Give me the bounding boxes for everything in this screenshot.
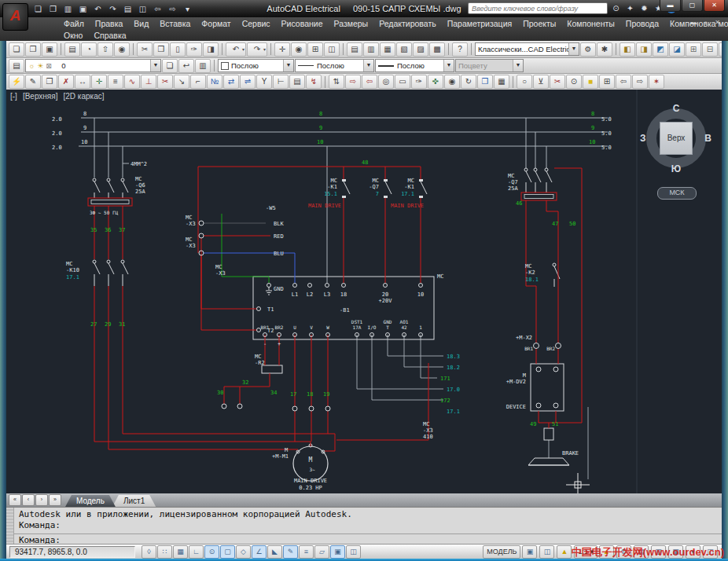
- edit-component-button[interactable]: ✎: [25, 75, 41, 89]
- chevron-down-icon[interactable]: ▼: [283, 60, 293, 72]
- pan-button[interactable]: ✛: [274, 42, 290, 57]
- menu-item[interactable]: Провода: [620, 19, 664, 28]
- wcs-button[interactable]: МСК: [657, 187, 697, 200]
- edit-attribute-button[interactable]: ✑: [411, 75, 427, 89]
- gap-wire-button[interactable]: ↯: [306, 75, 322, 89]
- plot-preview-button[interactable]: ◔: [81, 42, 97, 57]
- undo-button[interactable]: ↶: [91, 3, 105, 15]
- menu-item[interactable]: Файл: [58, 19, 90, 28]
- menu-item[interactable]: Компоненты: [561, 19, 620, 28]
- toggle-wire-dot-button[interactable]: ○: [517, 75, 532, 89]
- layer-combo[interactable]: ☼☀⊠■ 0 ▼: [25, 59, 161, 72]
- annotation-visibility-icon[interactable]: ▲: [557, 545, 572, 559]
- cut-button[interactable]: ✂: [137, 42, 153, 57]
- destination-arrow-button[interactable]: ⇦: [362, 75, 377, 89]
- clean-screen-button[interactable]: ◫: [703, 545, 718, 559]
- app-logo[interactable]: A: [2, 3, 28, 31]
- layer-on-icon[interactable]: ☼: [28, 62, 35, 70]
- command-window-grip[interactable]: [6, 508, 14, 544]
- save-drawing-button[interactable]: ▣: [42, 42, 57, 57]
- menu-item[interactable]: Размеры: [329, 19, 374, 28]
- layer-lock-icon[interactable]: ⊠: [46, 62, 52, 70]
- undo-button[interactable]: ↶▾: [226, 42, 246, 57]
- tray-filter-icon[interactable]: ▦: [668, 545, 683, 559]
- project-manager-button[interactable]: ◧: [620, 42, 635, 57]
- snap-toggle[interactable]: ∷: [157, 545, 172, 559]
- next-dwg-button[interactable]: ⇨: [632, 75, 648, 89]
- sheet-set-manager-button[interactable]: ▧: [396, 42, 412, 57]
- convert-wire-button[interactable]: ⊞: [599, 75, 615, 89]
- annotation-scale-button[interactable]: 1:1 ▾: [574, 545, 597, 559]
- lineweight-combo[interactable]: Послою ▼: [375, 59, 454, 72]
- layer-properties-button[interactable]: ▤: [9, 59, 24, 73]
- viewcube-south[interactable]: Ю: [671, 163, 681, 174]
- menu-item[interactable]: Правка: [90, 19, 128, 28]
- menu-item[interactable]: Формат: [196, 19, 236, 28]
- viewport-control[interactable]: [2D каркас]: [63, 92, 104, 101]
- color-combo[interactable]: Послою ▼: [218, 59, 294, 72]
- insert-wire-button[interactable]: ∿: [124, 75, 140, 89]
- workspace-settings-button[interactable]: ⚙: [580, 42, 596, 57]
- layer-states-button[interactable]: ▥: [195, 59, 211, 73]
- menu-item[interactable]: Справка: [88, 31, 131, 40]
- qat-customize-button[interactable]: ▾: [181, 3, 194, 15]
- close-button[interactable]: ✕: [704, 0, 725, 12]
- sheetset-button[interactable]: ▥: [61, 3, 75, 15]
- viewcube-north[interactable]: С: [673, 103, 680, 114]
- forward-button[interactable]: ⇨: [166, 3, 179, 15]
- chevron-down-icon[interactable]: ▼: [443, 60, 454, 72]
- minimize-button[interactable]: ▬: [660, 0, 681, 12]
- menu-item[interactable]: Окно: [58, 31, 88, 40]
- 3d-dwf-button[interactable]: ◉: [114, 42, 130, 57]
- view-cube[interactable]: С В Ю З Верх: [646, 108, 706, 168]
- insert-wire-number-button[interactable]: №: [207, 75, 222, 89]
- fan-in-source-button[interactable]: Y: [256, 75, 272, 89]
- workspace-save-button[interactable]: ✱: [597, 42, 612, 57]
- search-input[interactable]: [468, 2, 608, 14]
- viewcube-west[interactable]: З: [640, 133, 646, 144]
- insert-wire-vertex-button[interactable]: ⊥: [141, 75, 156, 89]
- ortho-toggle[interactable]: ∟: [189, 545, 204, 559]
- viewport-control[interactable]: [-]: [10, 92, 17, 101]
- scoot-button[interactable]: ↔: [75, 75, 90, 89]
- help-button[interactable]: ?: [452, 42, 468, 57]
- dyn-toggle[interactable]: ✎: [283, 545, 298, 559]
- tab-model[interactable]: Модель: [65, 495, 116, 507]
- copy-component-button[interactable]: ❐: [42, 75, 57, 89]
- cross-reference-button[interactable]: ◎: [378, 75, 394, 89]
- mdi-window-controls[interactable]: ▬ ▫ ✕: [690, 19, 723, 26]
- workspace-gear-icon[interactable]: ⚙: [616, 545, 631, 559]
- grid-toggle[interactable]: ▦: [173, 545, 188, 559]
- menu-item[interactable]: Проекты: [517, 19, 561, 28]
- retag-drawing-button[interactable]: ❒: [477, 75, 493, 89]
- zoom-previous-button[interactable]: ◫: [324, 42, 340, 57]
- menu-item[interactable]: Редактировать: [373, 19, 442, 28]
- communication-center-icon[interactable]: ✹: [638, 3, 650, 14]
- tab-nav-button[interactable]: ›: [35, 494, 48, 506]
- rotate-attribute-button[interactable]: ↻: [461, 75, 476, 89]
- chevron-down-icon[interactable]: ▼: [150, 60, 160, 72]
- publish-button[interactable]: ◫: [136, 3, 149, 15]
- tab-nav-button[interactable]: ‹: [22, 494, 35, 506]
- menu-item[interactable]: Рисование: [276, 19, 329, 28]
- bend-wire-button[interactable]: ⌐: [190, 75, 206, 89]
- update-title-block-button[interactable]: ▦: [494, 75, 509, 89]
- tab-nav-button[interactable]: »: [49, 494, 61, 506]
- move-component-button[interactable]: ✛: [91, 75, 107, 89]
- redo-button[interactable]: ↷▾: [247, 42, 267, 57]
- cut-wire-button[interactable]: ✂: [550, 75, 565, 89]
- subscription-icon[interactable]: ✦: [624, 3, 636, 14]
- annotation-auto-icon[interactable]: ▲: [599, 545, 614, 559]
- paste-button[interactable]: ▯: [170, 42, 186, 57]
- move-attribute-button[interactable]: ✜: [428, 75, 443, 89]
- source-arrow-button[interactable]: ⇨: [345, 75, 361, 89]
- lwt-toggle[interactable]: ≡: [299, 545, 314, 559]
- osnap-toggle[interactable]: ▢: [220, 545, 235, 559]
- wire-type-button[interactable]: ■: [583, 75, 598, 89]
- viewport-control[interactable]: [Верхняя]: [23, 92, 58, 101]
- markup-set-manager-button[interactable]: ▨: [413, 42, 428, 57]
- polar-toggle[interactable]: ⊙: [204, 545, 219, 559]
- open-drawing-button[interactable]: ❐: [25, 42, 41, 57]
- show-attribute-button[interactable]: ◉: [444, 75, 460, 89]
- surfer-button[interactable]: ✶: [649, 75, 664, 89]
